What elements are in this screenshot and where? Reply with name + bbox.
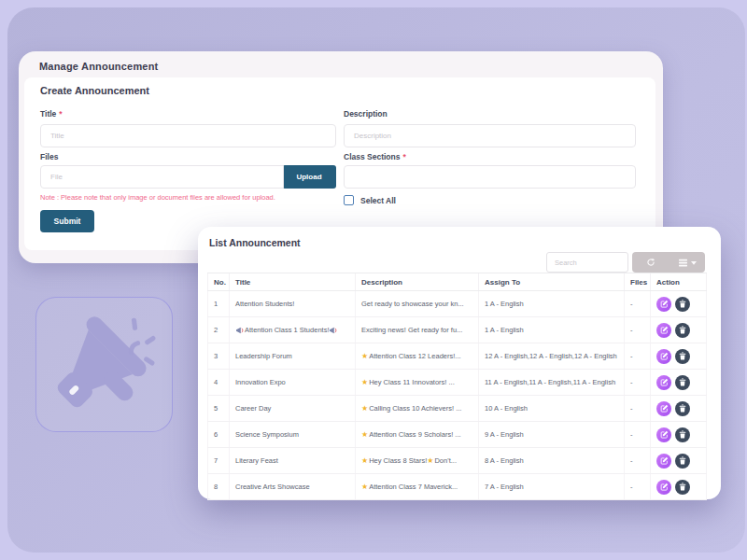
header-title: Title xyxy=(230,273,356,290)
delete-button[interactable] xyxy=(675,427,690,442)
cell-files: - xyxy=(625,396,651,421)
cell-assign-to: 8 A - English xyxy=(479,448,625,473)
cell-title: Science Symposium xyxy=(230,422,356,447)
cell-no: 3 xyxy=(207,343,230,369)
cell-action xyxy=(651,343,707,369)
form-heading: Create Announcement xyxy=(40,85,149,96)
files-label: Files xyxy=(40,152,58,161)
announcement-illustration xyxy=(35,297,173,432)
delete-button[interactable] xyxy=(675,454,690,469)
cell-description: ★ Hey Class 11 Innovators! ... xyxy=(356,370,479,395)
edit-button[interactable] xyxy=(656,297,671,312)
cell-title: Attention Class 1 Students! xyxy=(230,317,356,343)
refresh-button[interactable] xyxy=(632,252,669,273)
delete-button[interactable] xyxy=(675,349,690,364)
table-row: 7 Literary Feast ★ Hey Class 8 Stars! ★ … xyxy=(207,448,707,474)
class-sections-input[interactable] xyxy=(344,165,636,189)
delete-button[interactable] xyxy=(675,297,690,312)
table-row: 3 Leadership Forum ★ Attention Class 12 … xyxy=(207,343,707,370)
cell-action xyxy=(651,422,707,447)
header-description: Description xyxy=(356,273,479,290)
description-label: Description xyxy=(344,109,388,119)
cell-files: - xyxy=(625,343,651,369)
edit-button[interactable] xyxy=(656,375,671,390)
cell-title: Career Day xyxy=(230,396,356,421)
title-label: Title* xyxy=(40,109,63,119)
list-announcement-card: List Announcement xyxy=(198,227,721,499)
cell-no: 2 xyxy=(207,317,230,343)
columns-button[interactable] xyxy=(669,252,705,273)
cell-assign-to: 11 A - English,11 A - English,11 A - Eng… xyxy=(479,370,625,395)
table-row: 1 Attention Students! Get ready to showc… xyxy=(207,291,707,317)
cell-assign-to: 1 A - English xyxy=(479,317,625,343)
edit-button[interactable] xyxy=(656,480,671,495)
cell-assign-to: 1 A - English xyxy=(479,291,625,316)
cell-action xyxy=(651,291,707,316)
cell-assign-to: 9 A - English xyxy=(479,422,625,447)
table-row: 5 Career Day ★ Calling Class 10 Achiever… xyxy=(207,396,707,422)
delete-button[interactable] xyxy=(675,480,690,495)
cell-title: Leadership Forum xyxy=(230,343,356,369)
title-input[interactable] xyxy=(40,124,336,147)
header-no: No. xyxy=(207,273,230,290)
trash-icon xyxy=(679,456,686,465)
edit-button[interactable] xyxy=(656,401,671,416)
cell-action xyxy=(651,370,707,395)
table-row: 2 Attention Class 1 Students! Exciting n… xyxy=(207,317,707,343)
edit-button[interactable] xyxy=(656,349,671,364)
cell-description: Exciting news! Get ready for fu... xyxy=(356,317,479,343)
class-sections-label: Class Sections* xyxy=(344,152,406,161)
submit-button[interactable]: Submit xyxy=(40,210,94,232)
edit-icon xyxy=(660,483,669,491)
cell-assign-to: 7 A - English xyxy=(479,474,625,499)
megaphone-icon xyxy=(48,308,162,422)
chevron-down-icon xyxy=(691,260,697,265)
delete-button[interactable] xyxy=(675,401,690,416)
edit-button[interactable] xyxy=(656,323,671,338)
cell-title: Creative Arts Showcase xyxy=(230,474,356,499)
cell-description: ★ Attention Class 9 Scholars! ... xyxy=(356,422,479,447)
cell-files: - xyxy=(625,370,651,395)
select-all-control[interactable]: Select All xyxy=(344,195,396,205)
search-input[interactable] xyxy=(546,252,628,273)
upload-note: Note : Please note that only image or do… xyxy=(40,193,275,202)
table-row: 6 Science Symposium ★ Attention Class 9 … xyxy=(207,422,707,448)
cell-no: 6 xyxy=(207,422,230,447)
cell-files: - xyxy=(625,291,651,316)
delete-button[interactable] xyxy=(675,323,690,338)
trash-icon xyxy=(679,326,686,334)
edit-button[interactable] xyxy=(656,427,671,442)
edit-icon xyxy=(660,300,669,308)
cell-assign-to: 10 A - English xyxy=(479,396,625,421)
delete-button[interactable] xyxy=(675,375,690,390)
cell-description: ★ Attention Class 7 Maverick... xyxy=(356,474,479,499)
edit-icon xyxy=(660,404,669,413)
cell-action xyxy=(651,396,707,421)
trash-icon xyxy=(679,483,686,491)
cell-files: - xyxy=(625,474,651,499)
cell-description: ★ Attention Class 12 Leaders!... xyxy=(356,343,479,369)
upload-button[interactable]: Upload xyxy=(282,165,336,189)
file-input[interactable] xyxy=(40,165,284,189)
cell-no: 7 xyxy=(207,448,230,473)
table-row: 4 Innovation Expo ★ Hey Class 11 Innovat… xyxy=(207,370,707,396)
cell-title: Innovation Expo xyxy=(230,370,356,395)
description-input[interactable] xyxy=(344,124,636,147)
create-announcement-form: Create Announcement Title* Files Upload … xyxy=(24,77,655,250)
cell-files: - xyxy=(625,422,651,447)
cell-description: ★ Hey Class 8 Stars! ★ Don't... xyxy=(356,448,479,473)
cell-action xyxy=(651,474,707,499)
table-header-row: No. Title Description Assign To Files Ac… xyxy=(207,273,707,291)
cell-description: Get ready to showcase your kn... xyxy=(356,291,479,316)
select-all-label: Select All xyxy=(360,196,396,205)
cell-no: 4 xyxy=(207,370,230,395)
cell-action xyxy=(651,317,707,343)
header-files: Files xyxy=(625,273,651,290)
manage-card-title: Manage Announcement xyxy=(39,61,158,72)
table-toolbar xyxy=(632,252,705,273)
cell-no: 1 xyxy=(207,291,230,316)
announcement-table: No. Title Description Assign To Files Ac… xyxy=(207,273,707,500)
trash-icon xyxy=(679,352,686,360)
select-all-checkbox[interactable] xyxy=(344,195,354,205)
edit-button[interactable] xyxy=(656,454,671,469)
